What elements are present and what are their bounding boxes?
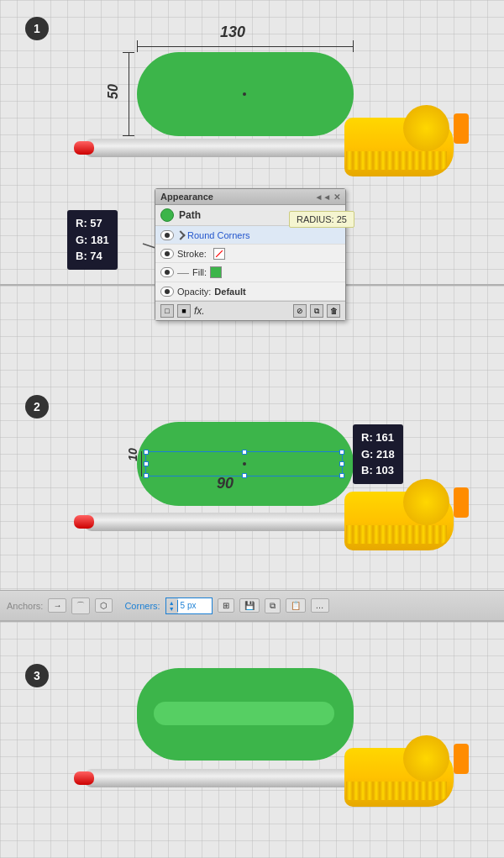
panel-fill-row[interactable]: — Fill: <box>155 263 345 282</box>
dim-v-right-top <box>353 40 354 52</box>
opacity-label: Opacity: <box>177 287 211 297</box>
footer-icon-square[interactable]: □ <box>160 304 174 318</box>
gun-orange-3 <box>454 744 469 774</box>
dim-width-2: 90 <box>217 475 234 492</box>
opacity-value: Default <box>214 287 245 297</box>
step-3-number: 3 <box>25 664 49 687</box>
toolbar-btn-save[interactable]: 💾 <box>239 598 260 613</box>
anchor-btn-3[interactable]: ⬡ <box>95 598 113 613</box>
toolbar-btn-paste[interactable]: 📋 <box>286 598 306 613</box>
handle-mr[interactable] <box>339 461 344 466</box>
appearance-panel: Appearance ◄◄ ✕ Path Round Corners Strok… <box>155 188 346 321</box>
rgb-r-1: R: 57 <box>76 215 109 232</box>
gun-barrel-1 <box>84 139 361 157</box>
rgb-b-1: B: 74 <box>76 248 109 265</box>
dim-h-top-left <box>123 52 134 53</box>
dim-width-1: 130 <box>220 24 245 41</box>
toolbar-btn-grid[interactable]: ⊞ <box>218 598 234 613</box>
anchor-btn-2[interactable]: ⌒ <box>71 597 90 614</box>
bottom-toolbar: Anchors: → ⌒ ⬡ Corners: ▲ ▼ ⊞ 💾 ⧉ 📋 … <box>0 590 504 620</box>
corners-control[interactable]: ▲ ▼ <box>165 597 213 614</box>
gun-handle-2 <box>346 525 447 544</box>
up-arrow[interactable]: ▲ <box>169 600 175 606</box>
center-dot-2 <box>243 462 246 466</box>
footer-icon-dup[interactable]: ⧉ <box>310 304 323 318</box>
step-1-number: 1 <box>25 17 49 40</box>
stroke-swatch[interactable] <box>213 248 225 260</box>
panel-eye-2 <box>160 249 174 259</box>
footer-icon-stop[interactable]: ⊘ <box>293 304 307 318</box>
corners-label: Corners: <box>124 601 160 611</box>
gun-tip-2 <box>74 515 94 529</box>
dim-h-bottom-left <box>123 135 134 136</box>
handle-bm[interactable] <box>242 473 247 478</box>
handle-tm[interactable] <box>242 450 247 455</box>
corners-spinner[interactable]: ▲ ▼ <box>166 600 178 612</box>
panel-opacity-row: Opacity: Default <box>155 282 345 301</box>
anchors-label: Anchors: <box>7 601 43 611</box>
rgb-b-2: B: 103 <box>361 462 395 479</box>
fill-swatch[interactable] <box>210 266 222 278</box>
panel-path-label: Path <box>179 209 201 221</box>
rgb-g-1: G: 181 <box>76 232 109 249</box>
panel-eye-1 <box>160 230 174 240</box>
pill-1 <box>137 52 354 136</box>
footer-icon-squarefill[interactable]: ■ <box>177 304 191 318</box>
fill-line: — <box>177 266 189 279</box>
step-2-number: 2 <box>25 395 49 418</box>
gun-tip-3 <box>74 771 94 785</box>
gun-orange-2 <box>454 487 469 518</box>
gun-wheel-1 <box>403 105 449 151</box>
center-dot-1 <box>243 92 246 96</box>
gun-wheel-2 <box>403 479 449 525</box>
handle-tr[interactable] <box>339 450 344 455</box>
handle-br[interactable] <box>339 473 344 478</box>
handle-tl[interactable] <box>144 450 149 455</box>
pill-2 <box>137 422 354 506</box>
footer-fx[interactable]: fx. <box>194 305 205 317</box>
dim-v-height-2 <box>141 451 142 476</box>
toolbar-btn-more[interactable]: … <box>311 598 329 613</box>
toolbar-btn-copy[interactable]: ⧉ <box>265 598 281 613</box>
handle-bl[interactable] <box>144 473 149 478</box>
dim-v-left-top <box>137 40 138 52</box>
stroke-label: Stroke: <box>177 249 207 259</box>
gun-barrel-3 <box>84 769 361 787</box>
gun-barrel-2 <box>84 513 361 531</box>
panel-stroke-row[interactable]: Stroke: <box>155 245 345 263</box>
footer-icon-del[interactable]: 🗑 <box>327 304 340 318</box>
panel-arrow-1 <box>176 230 185 240</box>
panel-eye-3 <box>160 267 174 277</box>
panel-round-corners-row[interactable]: Round Corners <box>155 226 345 245</box>
radius-tooltip: RADIUS: 25 <box>289 211 354 228</box>
rgb-box-2: R: 161 G: 218 B: 103 <box>353 424 403 484</box>
section-1: 1 130 50 Appearance ◄◄ ✕ Path <box>0 0 504 286</box>
rgb-box-1: R: 57 G: 181 B: 74 <box>67 210 118 270</box>
dim-v-line-left-1 <box>129 52 129 136</box>
dim-height-1: 50 <box>106 84 121 99</box>
pill-3 <box>137 668 354 761</box>
panel-titlebar: Appearance ◄◄ ✕ <box>155 189 345 205</box>
gun-handle-1 <box>346 151 447 170</box>
section-3: 3 <box>0 622 504 858</box>
dim-h-line-top-1 <box>137 46 354 47</box>
rgb-r-2: R: 161 <box>361 429 395 446</box>
dim-height-2: 10 <box>126 448 139 461</box>
fill-label: Fill: <box>192 267 207 277</box>
corners-input[interactable] <box>178 598 212 613</box>
panel-title: Appearance <box>160 192 213 202</box>
panel-green-icon <box>160 208 174 222</box>
handle-ml[interactable] <box>144 461 149 466</box>
gun-handle-3 <box>346 782 447 800</box>
rgb-g-2: G: 218 <box>361 446 395 463</box>
gun-orange-1 <box>454 113 469 144</box>
anchor-btn-1[interactable]: → <box>48 598 66 613</box>
pill-highlight-3 <box>154 702 334 725</box>
panel-effect-label[interactable]: Round Corners <box>187 230 340 240</box>
section-2: 2 10 90 R: 161 G: 218 B: 103 <box>0 286 504 622</box>
panel-controls: ◄◄ ✕ <box>314 192 340 202</box>
down-arrow[interactable]: ▼ <box>169 606 175 612</box>
panel-eye-4 <box>160 287 174 297</box>
gun-tip-1 <box>74 141 94 155</box>
panel-footer: □ ■ fx. ⊘ ⧉ 🗑 <box>155 301 345 320</box>
